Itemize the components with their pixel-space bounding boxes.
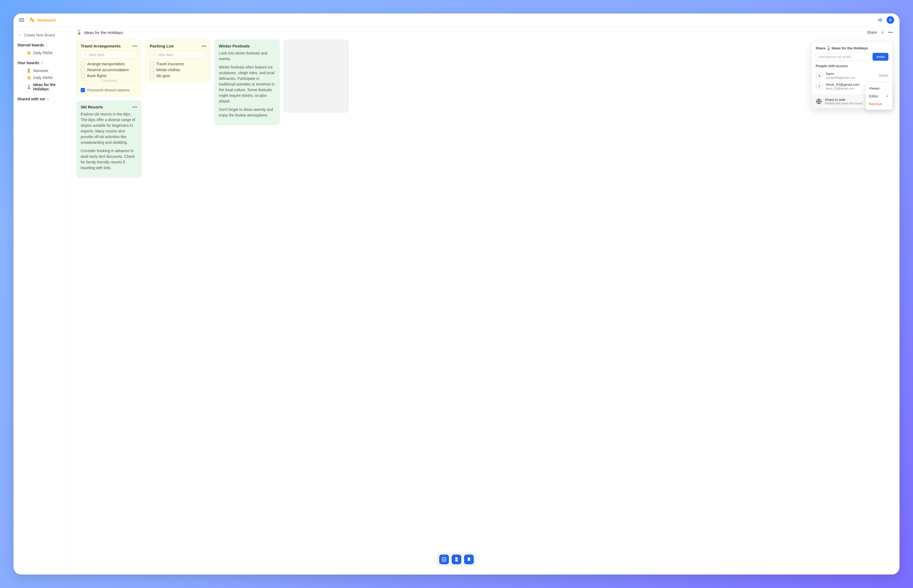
page-emoji: 🚡 — [77, 30, 82, 35]
sidebar-item-label: Daily PARA — [33, 76, 53, 80]
check-item[interactable]: Travel insurance — [150, 62, 207, 66]
create-board-button[interactable]: ＋ Create New Board — [17, 32, 66, 39]
dropdown-item-viewer[interactable]: Viewer — [866, 84, 892, 92]
star-icon[interactable] — [880, 30, 885, 35]
checkbox[interactable] — [150, 62, 154, 66]
card-travel-arrangements[interactable]: Travel Arrangements ••• ＋ new item Arr — [77, 40, 141, 96]
new-item-input[interactable]: ＋ new item — [81, 50, 137, 59]
logo[interactable]: Nimboard — [29, 17, 56, 23]
new-item-input[interactable]: ＋ new item — [150, 50, 207, 59]
drag-icon: ⋮⋮ — [18, 86, 24, 89]
card-text: Don't forget to dress warmly and enjoy t… — [219, 107, 275, 118]
drag-icon: ⋮⋮ — [18, 76, 24, 79]
checkbox[interactable] — [81, 68, 85, 72]
checkbox[interactable] — [150, 68, 154, 72]
card-text: Look into winter festivals and events. — [219, 50, 275, 62]
card-more-icon[interactable]: ••• — [202, 44, 207, 48]
invite-button[interactable]: Invite — [873, 53, 889, 61]
floating-toolbar — [437, 552, 476, 566]
check-label: Arrange transportation — [87, 62, 124, 66]
card-title: Winter Festivals — [219, 44, 250, 48]
check-label: Reserve accommodation — [87, 68, 129, 72]
plus-icon: ＋ — [152, 52, 156, 57]
sidebar-item-label: Namaste — [33, 68, 48, 73]
checkbox-checked[interactable]: ✓ — [81, 88, 85, 92]
card-text: Consider booking in advance to avail ear… — [81, 148, 137, 171]
user-avatar[interactable]: S — [887, 16, 894, 24]
sidebar-item-label: Daily PARA — [33, 51, 53, 55]
check-label: Travel insurance — [156, 62, 184, 66]
toolbar-checklist-button[interactable] — [439, 554, 449, 564]
card-more-icon[interactable]: ••• — [133, 44, 137, 48]
card-title: Ski Resorts — [81, 105, 103, 109]
board-area: Travel Arrangements ••• ＋ new item Arr — [70, 36, 900, 575]
card-more-icon[interactable]: ••• — [133, 105, 137, 109]
bookmark-icon — [467, 557, 471, 562]
share-button[interactable]: Share — [867, 30, 877, 34]
completed-divider: Completed — [81, 81, 137, 86]
check-label: Winter clothes — [156, 68, 180, 72]
megaphone-icon[interactable] — [877, 17, 883, 23]
check-item[interactable]: Reserve accommodation — [81, 68, 137, 72]
check-item[interactable]: Ski gear — [150, 74, 207, 78]
card-packing-list[interactable]: Packing List ••• ＋ new item Travel insur… — [146, 40, 210, 82]
card-title: Packing List — [150, 44, 173, 48]
sidebar-item-emoji: 👋 — [26, 76, 31, 80]
document-icon — [454, 557, 459, 562]
page-header: 🚡 Ideas for the Holidays Share ••• — [70, 27, 900, 36]
menu-icon[interactable] — [19, 17, 24, 23]
invite-email-input[interactable] — [816, 53, 870, 61]
share-web-subtitle: Publish and share this board — [825, 102, 862, 105]
your-boards-label: Your boards 3 — [17, 61, 66, 65]
card-winter-festivals[interactable]: Winter Festivals Look into winter festiv… — [215, 40, 280, 125]
page-title-text: Ideas for the Holidays — [84, 30, 123, 35]
checkbox[interactable] — [150, 74, 154, 78]
person-email: samijr389@gmail.com — [826, 76, 876, 79]
sidebar-item-daily-para[interactable]: ⋮⋮ 👋 Daily PARA — [17, 49, 66, 57]
check-item-completed[interactable]: ✓ Research shara's options — [81, 88, 137, 92]
sidebar-item-namaste[interactable]: ⋮⋮ 🧘 Namaste — [17, 67, 66, 74]
new-item-placeholder: new item — [158, 53, 173, 57]
card-text: Explore ski resorts in the Alps. The Alp… — [81, 111, 137, 145]
app-window: Nimboard S ＋ Create New Board Starred bo… — [13, 13, 900, 575]
toolbar-document-button[interactable] — [452, 554, 461, 564]
check-item[interactable]: Book flights — [81, 74, 137, 78]
topbar: Nimboard S — [13, 13, 900, 27]
share-web-title: Share to web — [825, 98, 862, 102]
sidebar-item-emoji: 🚡 — [26, 85, 31, 89]
person-name: Sami — [826, 72, 876, 76]
sidebar-item-ideas-holidays[interactable]: ⋮⋮ 🚡 Ideas for the Holidays — [17, 81, 66, 92]
toolbar-bookmark-button[interactable] — [464, 554, 474, 564]
checklist-icon — [442, 557, 446, 562]
logo-text: Nimboard — [37, 18, 56, 23]
plus-icon: ＋ — [83, 52, 87, 57]
check-icon: ✓ — [886, 94, 889, 98]
card-empty[interactable] — [284, 40, 349, 113]
person-avatar: S — [816, 72, 823, 79]
check-label: Research shara's options — [87, 88, 130, 92]
person-avatar: T — [816, 82, 823, 90]
check-label: Book flights — [87, 74, 107, 78]
more-icon[interactable]: ••• — [888, 30, 893, 34]
new-item-placeholder: new item — [89, 53, 104, 57]
check-item[interactable]: Winter clothes — [150, 68, 207, 72]
sidebar-item-daily-para-2[interactable]: ⋮⋮ 👋 Daily PARA — [17, 74, 66, 81]
create-board-label: Create New Board — [24, 33, 55, 37]
checkbox[interactable] — [81, 74, 85, 78]
page-title: 🚡 Ideas for the Holidays — [77, 30, 123, 35]
card-title: Travel Arrangements — [81, 44, 121, 48]
share-panel-title: Share 🚡 Ideas for the Holidays — [816, 46, 889, 50]
person-row: S Sami samijr389@gmail.com Owner — [816, 70, 889, 81]
sidebar-item-emoji: 🧘 — [26, 68, 31, 73]
logo-icon — [29, 17, 35, 23]
checkbox[interactable] — [81, 62, 85, 66]
card-text: Winter festivals often feature ice sculp… — [219, 65, 275, 104]
dropdown-item-editor[interactable]: Editor ✓ — [866, 92, 892, 100]
check-item[interactable]: Arrange transportation — [81, 62, 137, 66]
drag-icon: ⋮⋮ — [18, 52, 24, 55]
globe-icon — [816, 98, 822, 105]
dropdown-item-remove[interactable]: Remove — [866, 100, 892, 108]
sidebar-item-emoji: 👋 — [26, 51, 31, 55]
card-ski-resorts[interactable]: Ski Resorts ••• Explore ski resorts in t… — [77, 100, 141, 178]
role-dropdown-menu: Viewer Editor ✓ Remove — [866, 82, 892, 110]
